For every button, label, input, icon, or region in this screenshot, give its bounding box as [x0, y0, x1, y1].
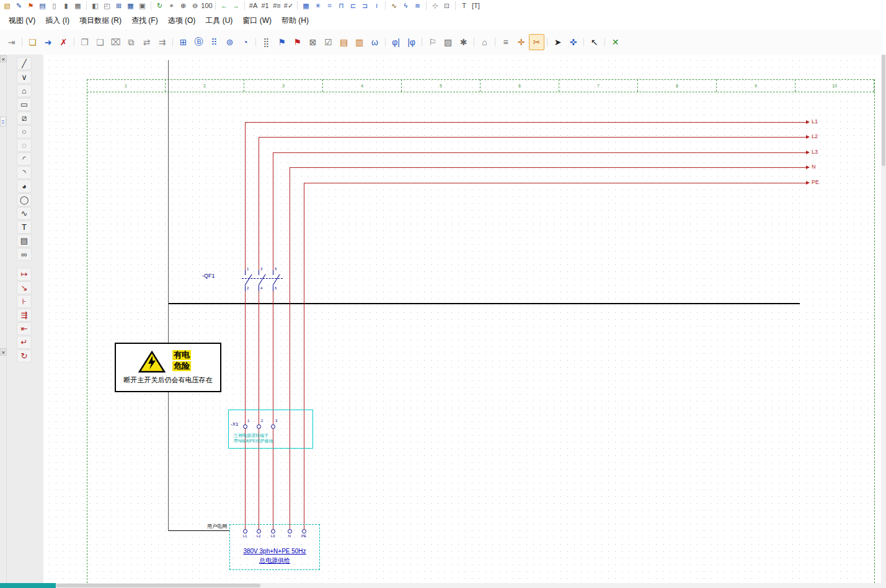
zoom-out-icon[interactable]: ⊖	[189, 1, 201, 11]
polyline-tool[interactable]: ∨	[17, 71, 32, 84]
zoom-100-icon[interactable]: 100	[201, 1, 213, 11]
menu-tools[interactable]: 工具 (U)	[200, 12, 237, 29]
bookmark-icon[interactable]: ⚑	[25, 1, 37, 11]
table-icon[interactable]: ⊞	[113, 1, 125, 11]
wire-check-icon[interactable]: #✓	[283, 1, 295, 11]
page-icon[interactable]: ▯	[48, 1, 60, 11]
line-tool[interactable]: ╱	[17, 57, 32, 70]
wire-L2-drop[interactable]	[259, 137, 259, 531]
flag-red-icon[interactable]: ⚑	[290, 34, 305, 50]
stamp-icon[interactable]: ✎	[13, 1, 25, 11]
connection-tbranch-tool[interactable]: ⊦	[17, 295, 32, 308]
hatch-box-icon[interactable]: ▨	[440, 34, 456, 50]
device-box-icon[interactable]: Ⓑ	[191, 34, 206, 50]
cable-icon[interactable]: ≀	[371, 1, 383, 11]
snap-corner-icon[interactable]: ↖	[587, 34, 602, 50]
wire-L1-drop[interactable]	[245, 122, 246, 531]
grid-view-icon[interactable]: ▦	[125, 1, 136, 11]
crate-up-icon[interactable]: ▤	[336, 34, 352, 50]
book-icon[interactable]: ▤	[37, 1, 48, 11]
connection-endpoint-tool[interactable]: ↦	[17, 268, 32, 281]
layout-icon[interactable]: ▦	[72, 1, 84, 11]
bus-icon[interactable]: ≋	[412, 1, 423, 11]
circle-3point-tool[interactable]: ◌	[17, 139, 32, 152]
window-split-icon[interactable]: ◧	[89, 1, 101, 11]
connection-cross-tool[interactable]: ⇤	[17, 322, 32, 335]
menu-view[interactable]: 视图 (V)	[4, 12, 40, 29]
symbol-target-icon[interactable]: ⊚	[222, 34, 237, 50]
connection-double-tool[interactable]: ⇶	[17, 309, 32, 322]
power-supply-box[interactable]: 380V 3ph+N+PE 50Hz 总电源供给	[229, 524, 320, 570]
star-box-icon[interactable]: ✱	[456, 34, 471, 50]
delete-icon[interactable]: ✗	[56, 34, 71, 50]
rectangle-tool[interactable]: ▭	[17, 98, 32, 111]
wire-renumber-icon[interactable]: #≡	[271, 1, 283, 11]
wire-PE-drop[interactable]	[304, 183, 304, 531]
grid-star-icon[interactable]: ✳	[312, 1, 324, 11]
select-arrow-icon[interactable]: ➤	[550, 34, 565, 50]
phi-close-icon[interactable]: |φ	[404, 34, 419, 50]
terminal-strip-x1[interactable]: -X1 三相电源进线端子 带N线和PE保护接地	[228, 410, 313, 449]
insert-point-icon[interactable]: ✛	[513, 34, 529, 50]
wire-label-icon[interactable]: #A	[247, 1, 259, 11]
back-icon[interactable]: ←	[218, 1, 230, 11]
cell-plus-icon[interactable]: ⊹	[429, 1, 441, 11]
breaker-stub-top[interactable]	[245, 270, 246, 275]
plotter-icon[interactable]: ⌂	[477, 34, 492, 50]
grid-bars-icon[interactable]: ≡	[498, 34, 513, 50]
export-icon[interactable]: ⇥	[4, 34, 19, 50]
dots-grid-icon[interactable]: ⣿	[259, 34, 274, 50]
close-panel-icon[interactable]: ×	[0, 55, 7, 63]
arc-3point-tool[interactable]: ◝	[17, 166, 32, 179]
menu-insert[interactable]: 插入 (I)	[40, 12, 74, 29]
cell-box-icon[interactable]: ⊡	[441, 1, 453, 11]
horizontal-scrollbar[interactable]	[0, 583, 886, 588]
symbol-clock-icon[interactable]: ◔	[237, 34, 253, 50]
terminal-row-icon[interactable]: ⊐	[359, 1, 371, 11]
move-anchor-icon[interactable]: ✜	[565, 34, 581, 50]
phi-open-icon[interactable]: φ|	[388, 34, 404, 50]
text-frame-icon[interactable]: T	[458, 1, 470, 11]
polygon-tool[interactable]: ⌂	[17, 84, 32, 97]
wire-L1[interactable]	[245, 122, 806, 123]
grid-pin-icon[interactable]: ⌗	[324, 1, 335, 11]
page-forward-icon[interactable]: ⇉	[154, 34, 170, 50]
danger-warning-label[interactable]: 有电 危险 断开主开关后仍会有电压存在	[115, 343, 221, 392]
flag-blue-icon[interactable]: ⚑	[274, 34, 290, 50]
menu-find[interactable]: 查找 (F)	[126, 12, 163, 29]
monitor-icon[interactable]: ▣	[136, 1, 148, 11]
text-block-icon[interactable]: [T]	[470, 1, 482, 11]
crate-down-icon[interactable]: ▥	[352, 34, 367, 50]
signal-icon[interactable]: ϟ	[400, 1, 412, 11]
image-tool[interactable]: ▤	[17, 234, 32, 247]
hyperlink-tool[interactable]: ∞	[17, 248, 32, 261]
copy-icon[interactable]: ❐	[77, 34, 92, 50]
wire-L3[interactable]	[273, 152, 806, 153]
connection-corner-tool[interactable]: ↵	[17, 336, 32, 349]
breaker-stub-bottom[interactable]	[273, 286, 273, 291]
close-panel2-icon[interactable]: ×	[0, 348, 7, 356]
panel-tab-icon[interactable]: ▯	[0, 116, 6, 126]
breaker-stub-top[interactable]	[259, 270, 259, 275]
grid-blue-icon[interactable]: ▦	[300, 1, 312, 11]
box-cross-icon[interactable]: ⊠	[305, 34, 321, 50]
import-arrow-icon[interactable]: ➜	[40, 34, 56, 50]
menu-options[interactable]: 选项 (O)	[163, 12, 201, 29]
circle-tool[interactable]: ○	[17, 125, 32, 138]
layers-icon[interactable]: ▧	[1, 1, 13, 11]
arc-tool[interactable]: ◜	[17, 152, 32, 165]
page-duplicate-icon[interactable]: ⧉	[123, 34, 139, 50]
box-check-icon[interactable]: ☑	[321, 34, 336, 50]
forward-icon[interactable]: →	[230, 1, 242, 11]
breaker-stub-bottom[interactable]	[259, 286, 259, 291]
refresh-icon[interactable]: ↻	[154, 1, 166, 11]
wave-icon[interactable]: ∿	[388, 1, 400, 11]
menu-project-data[interactable]: 项目数据 (R)	[74, 12, 126, 29]
vertical-scrollbar-thumb[interactable]	[882, 55, 885, 166]
rectangle-diagonal-tool[interactable]: ⧄	[17, 112, 32, 125]
wire-number-icon[interactable]: #1	[259, 1, 271, 11]
zoom-window-icon[interactable]: ⌖	[166, 1, 177, 11]
frame-icon[interactable]: ⊞	[175, 34, 191, 50]
flag-outline-icon[interactable]: ⚐	[425, 34, 440, 50]
menu-help[interactable]: 帮助 (H)	[277, 12, 314, 29]
